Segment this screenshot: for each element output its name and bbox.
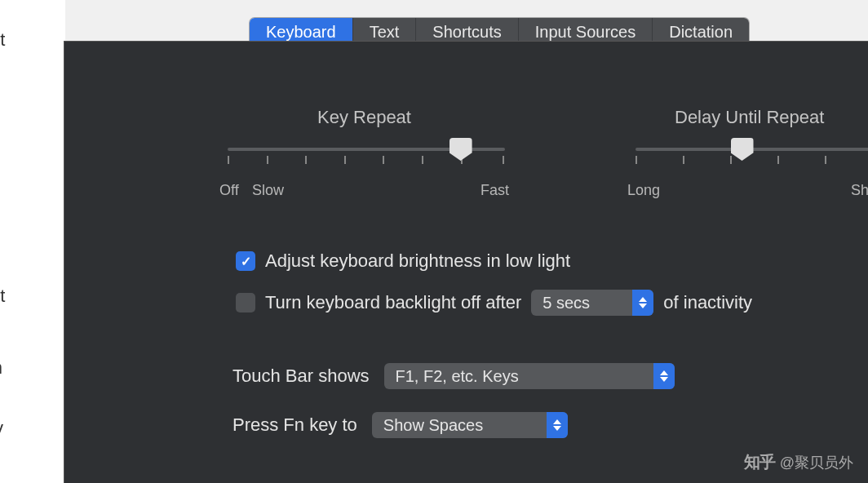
delay-until-repeat-slider[interactable] xyxy=(636,148,868,151)
adjust-brightness-label: Adjust keyboard brightness in low light xyxy=(265,250,570,272)
key-repeat-slider[interactable] xyxy=(228,148,505,151)
obscured-text-fragment: ply xyxy=(0,418,3,439)
watermark-text: @聚贝员外 xyxy=(780,453,853,472)
chevron-updown-icon xyxy=(653,363,675,389)
touch-bar-shows-select[interactable]: F1, F2, etc. Keys xyxy=(384,363,675,389)
select-value: 5 secs xyxy=(542,294,590,312)
delay-until-repeat-title: Delay Until Repeat xyxy=(675,107,824,128)
backlight-off-row: Turn keyboard backlight off after 5 secs… xyxy=(236,290,752,316)
slider-thumb-icon[interactable] xyxy=(731,138,754,161)
chevron-updown-icon xyxy=(547,412,568,438)
press-fn-row: Press Fn key to Show Spaces xyxy=(232,412,568,438)
watermark: 知乎 @聚贝员外 xyxy=(744,451,853,473)
adjust-brightness-checkbox[interactable] xyxy=(236,251,255,271)
key-repeat-title: Key Repeat xyxy=(317,107,411,128)
backlight-off-suffix: of inactivity xyxy=(663,292,752,313)
obscured-text-fragment: Sh xyxy=(0,357,2,379)
zhihu-icon: 知乎 xyxy=(744,451,775,473)
backlight-off-label: Turn keyboard backlight off after xyxy=(265,292,521,313)
press-fn-label: Press Fn key to xyxy=(232,414,357,436)
tick-label-fast: Fast xyxy=(480,182,509,199)
tick-label-long: Long xyxy=(627,182,660,199)
tick-label-short: Sh xyxy=(851,182,868,199)
touch-bar-shows-row: Touch Bar shows F1, F2, etc. Keys xyxy=(232,363,675,389)
chevron-updown-icon xyxy=(632,290,653,316)
press-fn-select[interactable]: Show Spaces xyxy=(372,412,568,438)
select-value: F1, F2, etc. Keys xyxy=(396,367,519,386)
keyboard-preferences-panel: Key Repeat Off Slow Fast Delay Until Rep… xyxy=(64,41,868,483)
tick-label-off: Off xyxy=(219,182,239,199)
tick-label-slow: Slow xyxy=(252,182,284,199)
obscured-text-fragment: nt xyxy=(0,29,5,51)
background-left-strip: nt nt Sh ply xyxy=(0,0,65,483)
backlight-off-checkbox[interactable] xyxy=(236,293,255,312)
slider-thumb-icon[interactable] xyxy=(450,138,472,161)
touch-bar-shows-label: Touch Bar shows xyxy=(232,366,370,387)
select-value: Show Spaces xyxy=(383,416,483,435)
backlight-off-select[interactable]: 5 secs xyxy=(531,290,653,316)
obscured-text-fragment: nt xyxy=(0,286,5,307)
adjust-brightness-row: Adjust keyboard brightness in low light xyxy=(236,250,570,272)
